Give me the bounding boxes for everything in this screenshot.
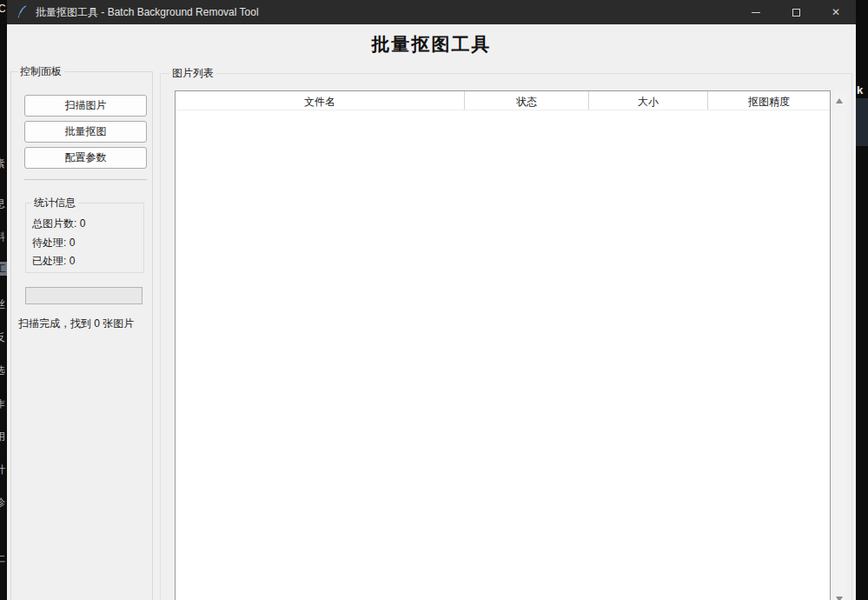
close-icon: ✕ — [832, 6, 840, 18]
background-text-fragment: 作 — [0, 397, 7, 410]
background-text-fragment: 仁 — [0, 551, 7, 565]
maximize-button[interactable] — [776, 0, 816, 24]
column-header-precision[interactable]: 抠图精度 — [708, 91, 830, 110]
background-text-fragment: 诊 — [0, 496, 7, 510]
titlebar[interactable]: 批量抠图工具 - Batch Background Removal Tool ✕ — [7, 0, 856, 24]
background-text-fragment: 丝 — [0, 297, 7, 311]
image-list-label: 图片列表 — [169, 66, 216, 81]
background-text-fragment: 斜 — [0, 230, 7, 243]
control-panel: 控制面板 扫描图片 批量抠图 配置参数 统计信息 总图片数: 0 待处理: 0 … — [10, 71, 153, 600]
tk-feather-icon — [16, 5, 28, 19]
table-body-empty[interactable] — [176, 110, 830, 600]
app-window: 批量抠图工具 - Batch Background Removal Tool ✕… — [7, 0, 856, 600]
stat-pending: 待处理: 0 — [32, 236, 75, 250]
background-text-fragment: 素 — [0, 157, 7, 170]
table-header-row: 文件名 状态 大小 抠图精度 — [176, 91, 830, 110]
stat-processed: 已处理: 0 — [32, 254, 75, 269]
page-title: 批量抠图工具 — [7, 32, 856, 57]
vertical-scrollbar[interactable] — [832, 90, 847, 600]
statistics-group: 统计信息 总图片数: 0 待处理: 0 已处理: 0 — [25, 203, 144, 273]
column-header-filename[interactable]: 文件名 — [176, 91, 465, 110]
background-text-fragment: 用 — [0, 430, 7, 443]
statistics-label: 统计信息 — [31, 196, 78, 210]
scan-images-button[interactable]: 扫描图片 — [24, 95, 147, 117]
background-window-left-edge: C素息斜工丝反选作用计诊仁 — [0, 0, 7, 600]
background-window-right-edge: k — [856, 0, 868, 600]
background-text-fragment: 工 — [0, 262, 7, 276]
background-text-fragment: k — [857, 83, 863, 97]
window-title: 批量抠图工具 - Batch Background Removal Tool — [36, 5, 259, 20]
image-table[interactable]: 文件名 状态 大小 抠图精度 — [175, 90, 831, 600]
background-text-fragment: 计 — [0, 463, 7, 477]
progress-bar — [25, 287, 142, 304]
control-panel-label: 控制面板 — [17, 64, 64, 79]
column-header-status[interactable]: 状态 — [465, 91, 589, 110]
status-text: 扫描完成，找到 0 张图片 — [18, 317, 134, 331]
background-text-fragment: C — [0, 3, 7, 17]
background-text-fragment: 反 — [0, 330, 7, 344]
scroll-up-icon[interactable] — [836, 98, 843, 103]
close-button[interactable]: ✕ — [816, 0, 856, 24]
background-text-fragment: 选 — [0, 363, 7, 377]
background-highlight-block — [856, 98, 868, 146]
separator — [24, 179, 147, 180]
maximize-icon — [792, 9, 800, 17]
minimize-button[interactable] — [736, 0, 776, 24]
column-header-size[interactable]: 大小 — [589, 91, 708, 110]
stat-total-images: 总图片数: 0 — [32, 217, 85, 231]
scroll-down-icon[interactable] — [836, 597, 843, 600]
minimize-icon — [752, 12, 760, 13]
background-text-fragment: 息 — [0, 197, 7, 210]
window-content: 批量抠图工具 控制面板 扫描图片 批量抠图 配置参数 统计信息 总图片数: 0 … — [7, 24, 856, 600]
batch-cutout-button[interactable]: 批量抠图 — [24, 121, 147, 143]
configure-params-button[interactable]: 配置参数 — [24, 147, 147, 169]
image-list-panel: 图片列表 文件名 状态 大小 抠图精度 — [160, 73, 852, 600]
